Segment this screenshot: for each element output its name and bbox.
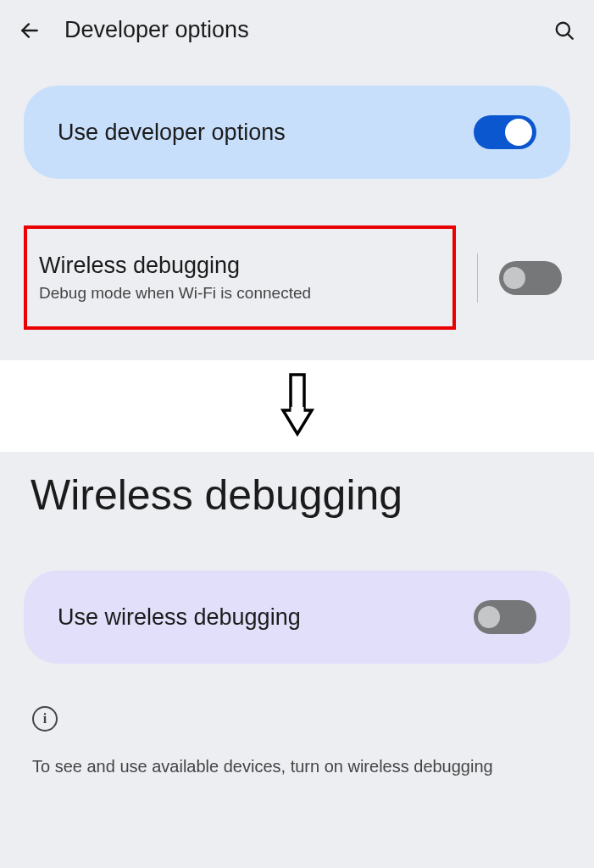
wireless-debugging-title: Wireless debugging (39, 253, 441, 279)
toggle-knob (478, 606, 500, 628)
toggle-knob (503, 267, 525, 289)
divider (477, 253, 478, 303)
use-developer-options-card[interactable]: Use developer options (24, 86, 570, 179)
use-dev-options-label: Use developer options (58, 120, 286, 146)
info-text: To see and use available devices, turn o… (32, 755, 562, 777)
info-section: i To see and use available devices, turn… (24, 664, 570, 777)
svg-marker-4 (283, 410, 312, 434)
info-icon: i (32, 706, 58, 732)
toggle-knob (505, 119, 532, 146)
wireless-debugging-description: Debug mode when Wi-Fi is connected (39, 284, 441, 303)
wireless-debugging-toggle[interactable] (499, 261, 562, 295)
page-title: Developer options (64, 17, 530, 43)
use-wireless-toggle[interactable] (474, 600, 536, 634)
search-icon[interactable] (553, 19, 575, 42)
svg-line-2 (568, 34, 573, 39)
use-wireless-debugging-card[interactable]: Use wireless debugging (24, 570, 570, 664)
svg-rect-5 (291, 407, 303, 413)
arrow-down-icon (276, 373, 319, 439)
wireless-debugging-highlight[interactable]: Wireless debugging Debug mode when Wi-Fi… (24, 225, 456, 330)
wireless-debugging-row: Wireless debugging Debug mode when Wi-Fi… (24, 225, 570, 337)
use-dev-options-toggle[interactable] (474, 115, 536, 149)
svg-rect-3 (291, 375, 304, 410)
app-header: Developer options (0, 0, 594, 60)
back-arrow-icon[interactable] (19, 19, 41, 42)
arrow-down-annotation (0, 360, 594, 452)
wireless-page-title: Wireless debugging (24, 452, 570, 570)
use-wireless-label: Use wireless debugging (58, 604, 301, 631)
